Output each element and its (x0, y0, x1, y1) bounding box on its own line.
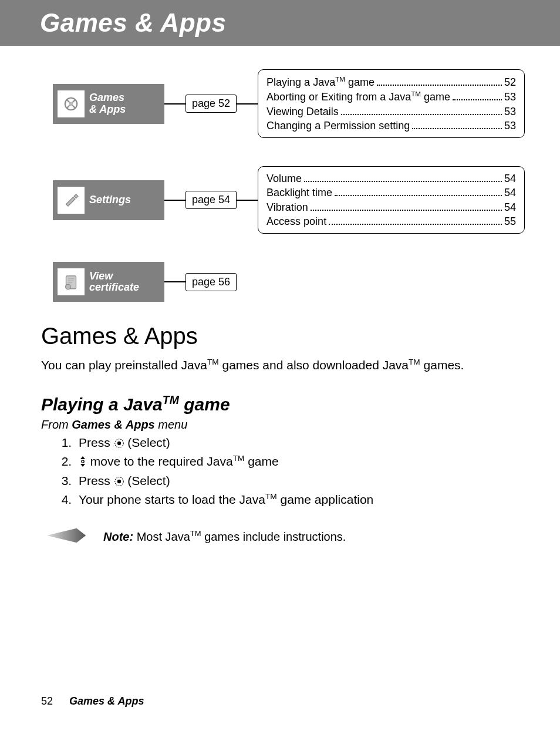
sub-heading: Playing a JavaTM game (41, 393, 519, 415)
settings-icon (58, 187, 85, 214)
steps-list: Press (Select) move to the required Java… (41, 434, 519, 508)
toc-item: Backlight time54 (266, 186, 516, 200)
from-menu-line: From Games & Apps menu (41, 418, 519, 432)
toc-item: Changing a Permission setting53 (266, 119, 516, 133)
step-item: move to the required JavaTM game (75, 453, 519, 471)
banner-title: Games & Apps (40, 8, 226, 38)
games-icon (58, 90, 85, 117)
connector-line (237, 103, 258, 105)
nav-card-label: Games & Apps (89, 92, 126, 116)
nav-updown-icon (79, 454, 87, 471)
toc-item: Vibration54 (266, 200, 516, 214)
select-button-icon (114, 474, 124, 491)
connector-line (237, 200, 258, 201)
select-button-icon (114, 436, 124, 453)
svg-point-1 (69, 102, 73, 106)
certificate-icon (58, 268, 85, 295)
step-item: Your phone starts to load the JavaTM gam… (75, 491, 519, 508)
nav-area: Games & Apps page 52 Playing a JavaTM ga… (53, 69, 525, 330)
banner: Games & Apps (0, 0, 560, 46)
nav-card-settings: Settings (53, 180, 164, 220)
connector-line (164, 200, 185, 201)
toc-item: Volume54 (266, 171, 516, 186)
note-text: Note: Most JavaTM games include instruct… (103, 529, 346, 544)
nav-card-games: Games & Apps (53, 84, 164, 124)
toc-box-settings: Volume54 Backlight time54 Vibration54 Ac… (258, 166, 525, 234)
intro-text: You can play preinstalled JavaTM games a… (41, 358, 519, 372)
svg-point-3 (66, 285, 71, 290)
content: Games & Apps You can play preinstalled J… (41, 323, 519, 548)
nav-card-view-cert: View certificate (53, 262, 164, 302)
footer: 52 Games & Apps (41, 695, 144, 708)
toc-item: Playing a JavaTM game52 (266, 75, 516, 89)
nav-card-label: View certificate (89, 271, 139, 294)
step-item: Press (Select) (75, 434, 519, 453)
page-badge: page 56 (185, 273, 237, 291)
page-badge: page 52 (185, 95, 237, 113)
toc-item: Aborting or Exiting from a JavaTM game53 (266, 89, 516, 104)
svg-point-5 (117, 442, 120, 445)
toc-item: Access point55 (266, 214, 516, 228)
toc-box-games: Playing a JavaTM game52 Aborting or Exit… (258, 69, 525, 138)
nav-row-games: Games & Apps page 52 Playing a JavaTM ga… (53, 69, 525, 138)
nav-row-view-cert: View certificate page 56 (53, 262, 525, 302)
nav-card-label: Settings (89, 194, 131, 206)
footer-title: Games & Apps (69, 695, 144, 708)
svg-point-8 (117, 480, 120, 483)
connector-line (164, 281, 185, 282)
svg-marker-9 (47, 528, 86, 543)
connector-line (164, 103, 185, 105)
toc-item: Viewing Details53 (266, 105, 516, 119)
svg-point-6 (82, 460, 84, 463)
section-heading: Games & Apps (41, 323, 519, 349)
step-item: Press (Select) (75, 472, 519, 491)
footer-page-number: 52 (41, 695, 53, 708)
page: Games & Apps Games & Apps page 52 Playin… (0, 0, 560, 731)
note-row: Note: Most JavaTM games include instruct… (41, 525, 519, 548)
arrow-icon (46, 525, 87, 548)
nav-row-settings: Settings page 54 Volume54 Backlight time… (53, 166, 525, 234)
page-badge: page 54 (185, 191, 237, 209)
